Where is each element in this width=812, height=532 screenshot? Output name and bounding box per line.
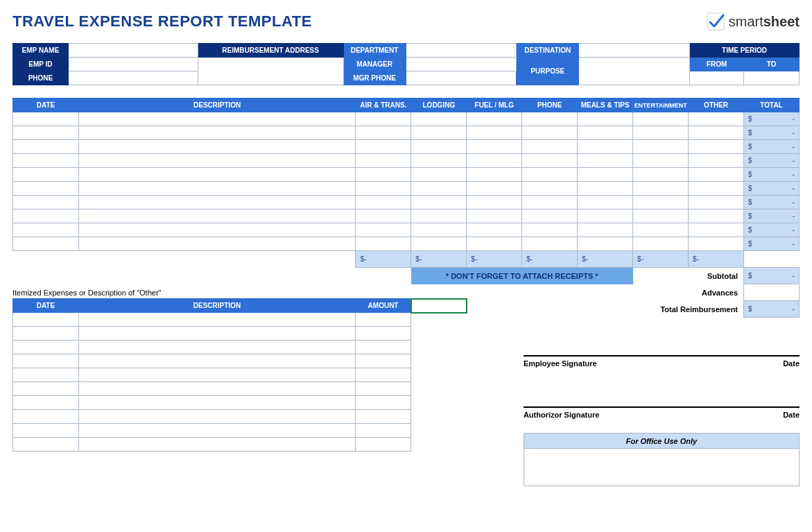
cell-description[interactable] (78, 182, 356, 196)
cell-other[interactable] (689, 140, 744, 154)
cell-air[interactable] (356, 126, 411, 140)
cell-description[interactable] (78, 368, 355, 382)
cell-air[interactable] (356, 168, 411, 182)
cell-fuel[interactable] (467, 182, 522, 196)
input-emp-name[interactable] (68, 44, 198, 58)
cell-other[interactable] (689, 237, 744, 251)
cell-amount[interactable] (356, 341, 411, 354)
cell-lodging[interactable] (411, 196, 467, 209)
cell-ent[interactable] (633, 168, 689, 182)
cell-description[interactable] (78, 168, 356, 182)
cell-air[interactable] (356, 209, 411, 223)
cell-description[interactable] (78, 126, 356, 140)
cell-other[interactable] (689, 168, 744, 182)
cell-description[interactable] (78, 313, 355, 327)
cell-meals[interactable] (578, 182, 633, 196)
cell-description[interactable] (78, 209, 356, 223)
cell-meals[interactable] (578, 223, 633, 237)
input-manager[interactable] (406, 58, 517, 71)
cell-phone[interactable] (522, 154, 578, 168)
input-purpose[interactable] (579, 58, 690, 85)
cell-air[interactable] (356, 140, 411, 154)
cell-ent[interactable] (633, 209, 689, 223)
input-mgr-phone[interactable] (406, 71, 517, 85)
cell-amount[interactable] (356, 410, 411, 424)
cell-description[interactable] (78, 223, 356, 237)
cell-ent[interactable] (633, 223, 689, 237)
cell-ent[interactable] (633, 182, 689, 196)
cell-other[interactable] (689, 126, 744, 140)
cell-date[interactable] (13, 237, 79, 251)
cell-other[interactable] (689, 223, 744, 237)
cell-phone[interactable] (522, 126, 578, 140)
cell-description[interactable] (78, 354, 355, 368)
cell-description[interactable] (78, 112, 356, 126)
cell-amount[interactable] (356, 368, 411, 382)
cell-date[interactable] (13, 396, 79, 410)
cell-meals[interactable] (578, 126, 633, 140)
input-phone[interactable] (68, 71, 198, 85)
cell-fuel[interactable] (467, 168, 522, 182)
cell-other[interactable] (689, 182, 744, 196)
cell-date[interactable] (13, 424, 79, 438)
cell-amount[interactable] (356, 438, 411, 452)
cell-ent[interactable] (633, 126, 689, 140)
cell-meals[interactable] (578, 209, 633, 223)
cell-date[interactable] (13, 327, 79, 341)
cell-phone[interactable] (522, 140, 578, 154)
cell-air[interactable] (356, 154, 411, 168)
cell-lodging[interactable] (411, 126, 467, 140)
cell-date[interactable] (13, 168, 79, 182)
cell-meals[interactable] (578, 196, 633, 209)
cell-other[interactable] (689, 154, 744, 168)
cell-fuel[interactable] (467, 140, 522, 154)
cell-date[interactable] (13, 313, 79, 327)
cell-meals[interactable] (578, 112, 633, 126)
cell-description[interactable] (78, 237, 356, 251)
cell-air[interactable] (356, 182, 411, 196)
cell-fuel[interactable] (467, 112, 522, 126)
cell-air[interactable] (356, 237, 411, 251)
cell-description[interactable] (78, 140, 356, 154)
cell-date[interactable] (13, 209, 79, 223)
cell-phone[interactable] (522, 182, 578, 196)
input-from[interactable] (690, 71, 744, 85)
cell-description[interactable] (78, 382, 355, 396)
cell-phone[interactable] (522, 112, 578, 126)
cell-amount[interactable] (356, 396, 411, 410)
cell-phone[interactable] (522, 223, 578, 237)
cell-lodging[interactable] (411, 237, 467, 251)
cell-lodging[interactable] (411, 182, 467, 196)
input-destination[interactable] (579, 44, 690, 58)
cell-other[interactable] (689, 196, 744, 209)
cell-meals[interactable] (578, 168, 633, 182)
cell-fuel[interactable] (467, 196, 522, 209)
authorizor-signature-line[interactable] (524, 384, 800, 408)
cell-description[interactable] (78, 154, 356, 168)
cell-date[interactable] (13, 223, 79, 237)
cell-lodging[interactable] (411, 168, 467, 182)
cell-date[interactable] (13, 410, 79, 424)
cell-ent[interactable] (633, 140, 689, 154)
cell-phone[interactable] (522, 168, 578, 182)
cell-air[interactable] (356, 223, 411, 237)
cell-date[interactable] (13, 382, 79, 396)
cell-lodging[interactable] (411, 209, 467, 223)
cell-fuel[interactable] (467, 223, 522, 237)
cell-fuel[interactable] (467, 237, 522, 251)
cell-amount[interactable] (356, 313, 411, 327)
cell-amount[interactable] (356, 354, 411, 368)
cell-date[interactable] (13, 112, 79, 126)
cell-lodging[interactable] (411, 223, 467, 237)
cell-amount[interactable] (356, 424, 411, 438)
employee-signature-line[interactable] (524, 333, 800, 357)
cell-date[interactable] (13, 341, 79, 354)
cell-air[interactable] (356, 112, 411, 126)
cell-amount[interactable] (356, 382, 411, 396)
cell-other[interactable] (689, 209, 744, 223)
cell-meals[interactable] (578, 237, 633, 251)
cell-amount[interactable] (356, 327, 411, 341)
cell-lodging[interactable] (411, 154, 467, 168)
cell-ent[interactable] (633, 112, 689, 126)
cell-fuel[interactable] (467, 154, 522, 168)
